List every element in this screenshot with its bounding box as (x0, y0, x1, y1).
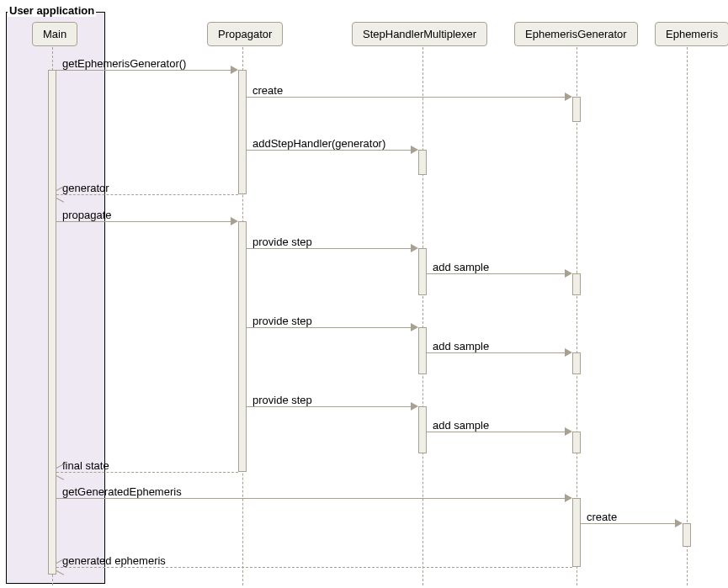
arrow (56, 221, 236, 222)
arrowhead-icon (411, 402, 418, 411)
msg-addsample2: add sample (433, 340, 489, 352)
activation-eph (683, 523, 691, 547)
msg-create1: create (252, 84, 283, 97)
arrowhead-icon (411, 146, 418, 154)
participant-ephemeris-label: Ephemeris (666, 28, 718, 40)
msg-returngenerator: generator (62, 182, 109, 194)
participant-main-label: Main (43, 28, 66, 40)
arrow (427, 352, 570, 353)
participant-multiplexer: StepHandlerMultiplexer (352, 22, 487, 46)
frame-title: User application (8, 4, 96, 17)
arrow (247, 406, 416, 407)
msg-getgeneratedephemeris: getGeneratedEphemeris (62, 485, 182, 498)
msg-finalstate: final state (62, 459, 109, 472)
msg-providestep1: provide step (252, 236, 312, 248)
activation-mux-3 (418, 406, 427, 453)
activation-main (48, 70, 56, 575)
msg-addsample1: add sample (433, 261, 489, 273)
arrowhead-icon (675, 519, 683, 527)
msg-providestep3: provide step (252, 394, 312, 406)
activation-gen-3 (572, 432, 581, 453)
activation-gen-1 (572, 273, 581, 295)
arrowhead-icon (565, 427, 572, 436)
arrowhead-icon (565, 93, 572, 101)
arrow (247, 248, 416, 249)
arrowhead-icon (56, 563, 64, 571)
arrow (247, 327, 416, 328)
activation-gen-create (572, 97, 581, 122)
activation-gen-get (572, 498, 581, 567)
arrowhead-icon (56, 190, 64, 199)
arrowhead-icon (411, 244, 418, 252)
activation-prop-2 (238, 221, 247, 472)
msg-create2: create (587, 511, 617, 523)
arrow (427, 432, 570, 432)
activation-gen-2 (572, 352, 581, 374)
arrow (427, 273, 570, 274)
arrowhead-icon (411, 323, 418, 331)
participant-ephemeris: Ephemeris (655, 22, 728, 46)
participant-main: Main (32, 22, 77, 46)
arrow (247, 150, 416, 151)
participant-generator-label: EphemerisGenerator (525, 28, 627, 40)
arrow (56, 70, 236, 71)
msg-addstephandler: addStepHandler(generator) (252, 137, 385, 150)
participant-multiplexer-label: StepHandlerMultiplexer (363, 28, 476, 40)
arrowhead-icon (565, 348, 572, 357)
participant-generator: EphemerisGenerator (514, 22, 638, 46)
arrowhead-icon (231, 66, 238, 74)
arrow (247, 97, 570, 98)
sequence-diagram: User application Main Propagator StepHan… (0, 0, 728, 588)
arrowhead-icon (56, 468, 64, 476)
lifeline-multiplexer (422, 47, 423, 585)
arrow (581, 523, 680, 524)
activation-prop-1 (238, 70, 247, 194)
arrow (56, 567, 572, 568)
msg-generatedephemeris: generated ephemeris (62, 554, 166, 567)
msg-getephemerisgenerator: getEphemerisGenerator() (62, 57, 186, 70)
activation-mux-1 (418, 248, 427, 295)
arrowhead-icon (565, 494, 572, 502)
arrow (56, 498, 570, 499)
lifeline-ephemeris (687, 47, 688, 585)
msg-propagate: propagate (62, 209, 112, 221)
participant-propagator-label: Propagator (218, 28, 272, 40)
participant-propagator: Propagator (207, 22, 283, 46)
arrow (56, 472, 238, 473)
msg-addsample3: add sample (433, 419, 489, 432)
arrowhead-icon (565, 269, 572, 278)
activation-mux-add (418, 150, 427, 175)
activation-mux-2 (418, 327, 427, 374)
arrow (56, 194, 238, 195)
arrowhead-icon (231, 217, 238, 225)
msg-providestep2: provide step (252, 315, 312, 327)
